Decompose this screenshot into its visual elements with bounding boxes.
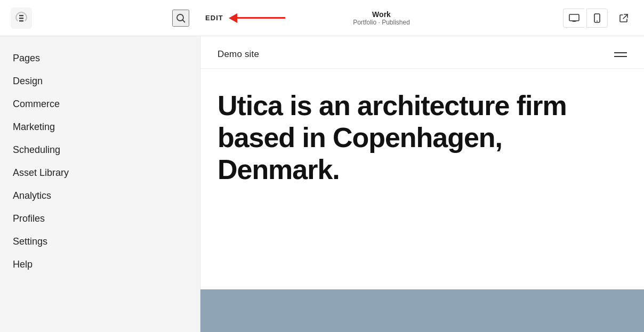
preview-footer-bar <box>200 289 644 332</box>
sidebar-item-scheduling[interactable]: Scheduling <box>0 139 200 161</box>
top-bar-center: EDIT Work Portfolio · Published <box>200 14 563 22</box>
site-info: Work Portfolio · Published <box>353 10 410 26</box>
preview-body: Utica is an architecture firm based in C… <box>200 69 644 289</box>
sidebar-item-commerce[interactable]: Commerce <box>0 93 200 116</box>
preview-headline: Utica is an architecture firm based in C… <box>218 90 627 185</box>
top-bar: EDIT Work Portfolio · Published <box>0 0 644 36</box>
annotation-arrow <box>229 13 285 23</box>
svg-line-2 <box>183 20 185 22</box>
sidebar: Pages Design Commerce Marketing Scheduli… <box>0 36 200 332</box>
sidebar-item-marketing[interactable]: Marketing <box>0 116 200 139</box>
sidebar-item-settings[interactable]: Settings <box>0 230 200 253</box>
site-title: Work <box>353 10 410 19</box>
preview-inner: Demo site Utica is an architecture firm … <box>200 36 644 332</box>
sidebar-item-profiles[interactable]: Profiles <box>0 207 200 230</box>
svg-line-8 <box>623 14 627 19</box>
arrow-shaft <box>237 17 285 19</box>
svg-rect-3 <box>569 14 579 21</box>
external-link-icon <box>619 13 629 23</box>
sidebar-item-design[interactable]: Design <box>0 70 200 93</box>
sidebar-item-asset-library[interactable]: Asset Library <box>0 161 200 184</box>
preview-area: Demo site Utica is an architecture firm … <box>200 36 644 332</box>
logo-area[interactable] <box>11 7 32 29</box>
sidebar-item-help[interactable]: Help <box>0 253 200 276</box>
hamburger-menu-icon[interactable] <box>614 52 627 57</box>
edit-button[interactable]: EDIT <box>205 14 223 22</box>
arrow-head-icon <box>229 13 237 23</box>
search-button[interactable] <box>172 10 189 27</box>
mobile-view-button[interactable] <box>586 9 608 28</box>
squarespace-logo-icon <box>11 7 32 29</box>
desktop-view-button[interactable] <box>563 9 584 28</box>
sidebar-item-analytics[interactable]: Analytics <box>0 184 200 207</box>
svg-point-7 <box>597 20 598 21</box>
main-content: Pages Design Commerce Marketing Scheduli… <box>0 36 644 332</box>
site-subtitle: Portfolio · Published <box>353 19 410 26</box>
desktop-icon <box>569 14 579 22</box>
external-link-button[interactable] <box>614 9 633 28</box>
preview-header: Demo site <box>200 36 644 69</box>
preview-site-name: Demo site <box>218 49 259 60</box>
mobile-icon <box>594 13 600 23</box>
top-bar-right <box>563 9 644 28</box>
search-icon <box>175 13 186 23</box>
sidebar-item-pages[interactable]: Pages <box>0 47 200 70</box>
top-bar-left <box>0 7 200 29</box>
